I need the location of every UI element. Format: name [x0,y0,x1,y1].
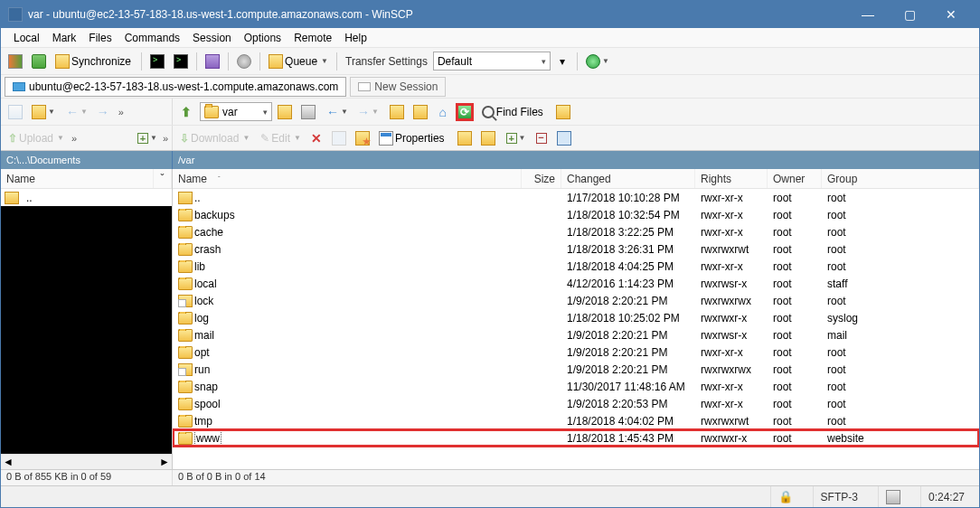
remote-bookmark1-button[interactable] [386,102,408,122]
list-item[interactable]: run1/9/2018 2:20:21 PMrwxrwxrwxrootroot [173,361,979,378]
encryption-status[interactable]: 🔒 [770,486,800,507]
remote-collapse-button[interactable]: − [532,128,551,148]
menu-mark[interactable]: Mark [47,30,82,46]
delete-button[interactable]: ✕ [306,128,326,148]
local-new-button[interactable]: +▼ [134,128,161,148]
remote-filter-button[interactable] [297,102,319,122]
menu-session[interactable]: Session [187,30,237,46]
menu-commands[interactable]: Commands [119,30,185,46]
list-item[interactable]: spool1/9/2018 2:20:53 PMrwxr-xr-xrootroo… [173,395,979,412]
remote-open-button[interactable] [274,102,296,122]
minimize-button[interactable]: — [847,1,889,28]
local-back-button[interactable]: ←▼ [62,102,91,122]
local-drive-button[interactable] [5,102,26,122]
transfer-preset-combo[interactable]: Default [433,52,551,71]
file-name: run [194,363,210,376]
folder-icon [481,131,495,146]
file-owner: root [768,346,822,359]
local-forward-button[interactable]: → [93,102,113,122]
remote-extra-button[interactable] [552,102,574,122]
remote-col-rights[interactable]: Rights [695,169,768,188]
remote-forward-button[interactable]: →▼ [353,102,382,122]
file-group: website [822,432,979,445]
list-item[interactable]: crash1/18/2018 3:26:31 PMrwxrwxrwtrootro… [173,240,979,258]
new-session-tab[interactable]: New Session [350,77,446,97]
list-item[interactable]: tmp1/18/2018 4:04:02 PMrwxrwxrwtrootroot [173,412,979,429]
commander-layout-button[interactable] [202,52,223,71]
folder-icon [178,209,193,221]
menu-help[interactable]: Help [339,30,372,46]
remote-home-button[interactable]: ⌂ [433,102,453,122]
close-button[interactable]: ✕ [930,1,972,28]
plus-icon: + [137,133,148,144]
list-item[interactable]: ..1/17/2018 10:10:28 PMrwxr-xr-xrootroot [173,189,979,206]
menu-options[interactable]: Options [239,30,287,46]
remote-col-size[interactable]: Size [522,169,561,188]
console-button[interactable] [146,52,168,71]
file-changed: 1/9/2018 2:20:21 PM [561,329,695,342]
remote-col-name[interactable]: Nameˆ [173,169,522,188]
find-files-button[interactable]: Find Files [478,102,549,122]
list-item[interactable]: log1/18/2018 10:25:02 PMrwxrwxr-xrootsys… [173,309,979,326]
properties-button[interactable]: Properties [375,128,450,148]
download-button[interactable]: ⇩Download▼ [176,128,253,148]
queue-button[interactable]: Queue▼ [265,52,332,71]
summary-bar: 0 B of 855 KB in 0 of 59 0 B of 0 B in 0… [1,469,979,485]
compare-dirs-button[interactable] [5,52,26,71]
file-group: root [822,398,979,410]
move-button[interactable] [477,128,499,148]
synchronize-button[interactable]: Synchronize [52,52,137,71]
monitor-icon [13,82,25,91]
list-item[interactable]: snap11/30/2017 11:48:16 AMrwxr-xr-xrootr… [173,378,979,395]
file-group: root [822,295,979,307]
copy-button[interactable] [454,128,476,148]
list-item[interactable]: cache1/18/2018 3:22:25 PMrwxr-xr-xrootro… [173,223,979,240]
upload-button[interactable]: ⇧Upload▼ [5,128,68,148]
remote-refresh-button[interactable]: ⟳ [455,102,475,122]
remote-dir-combo[interactable]: var [200,102,272,121]
menu-remote[interactable]: Remote [288,30,337,46]
preferences-button[interactable] [233,52,255,71]
local-file-list[interactable]: .. [1,189,172,454]
file-owner: root [768,312,822,325]
local-actions: ⇧Upload▼ » +▼ » [1,126,173,150]
remote-file-list[interactable]: ..1/17/2018 10:10:28 PMrwxr-xr-xrootroot… [173,189,979,469]
folder-icon [178,432,193,445]
stack-icon [269,54,283,69]
remote-col-group[interactable]: Group [822,169,979,188]
list-item[interactable]: .. [1,189,172,206]
create-dir-button[interactable]: ★ [352,128,373,148]
rename-button[interactable] [328,128,350,148]
list-item[interactable]: lock1/9/2018 2:20:21 PMrwxrwxrwxrootroot [173,292,979,309]
select-all-button[interactable] [553,128,575,148]
connection-icon [886,490,900,504]
connection-status[interactable] [878,486,908,507]
list-item[interactable]: mail1/9/2018 2:20:21 PMrwxrwsr-xrootmail [173,326,979,343]
list-item[interactable]: lib1/18/2018 4:04:25 PMrwxr-xr-xrootroot [173,258,979,275]
list-item[interactable]: local4/12/2016 1:14:23 PMrwxrwsr-xrootst… [173,275,979,292]
folder-icon [178,295,193,307]
list-item[interactable]: opt1/9/2018 2:20:21 PMrwxr-xr-xrootroot [173,343,979,361]
folder-icon [178,415,193,428]
list-item[interactable]: backups1/18/2018 10:32:54 PMrwxr-xr-xroo… [173,206,979,223]
local-scrollbar[interactable]: ◄► [1,454,172,469]
transfer-settings-config-button[interactable]: ▾ [552,52,572,71]
remote-new-button[interactable]: +▼ [503,128,530,148]
menu-local[interactable]: Local [8,30,45,46]
local-col-name[interactable]: Name [1,169,154,188]
remote-col-changed[interactable]: Changed [561,169,695,188]
maximize-button[interactable]: ▢ [889,1,930,28]
remote-col-owner[interactable]: Owner [768,169,822,188]
menu-files[interactable]: Files [83,30,117,46]
putty-button[interactable] [170,52,192,71]
reconnect-button[interactable]: ▼ [582,52,613,71]
local-open-button[interactable]: ▼ [28,102,59,122]
edit-button[interactable]: ✎Edit▼ [257,128,305,148]
sync-browse-button[interactable] [28,52,50,71]
remote-bookmark2-button[interactable] [410,102,431,122]
file-name: spool [194,398,221,410]
session-tab-active[interactable]: ubuntu@ec2-13-57-183-18.us-west-1.comput… [5,77,346,97]
list-item[interactable]: www1/18/2018 1:45:43 PMrwxrwxr-xrootwebs… [173,429,979,447]
remote-parent-button[interactable]: ⬆ [176,102,196,122]
remote-back-button[interactable]: ←▼ [323,102,352,122]
